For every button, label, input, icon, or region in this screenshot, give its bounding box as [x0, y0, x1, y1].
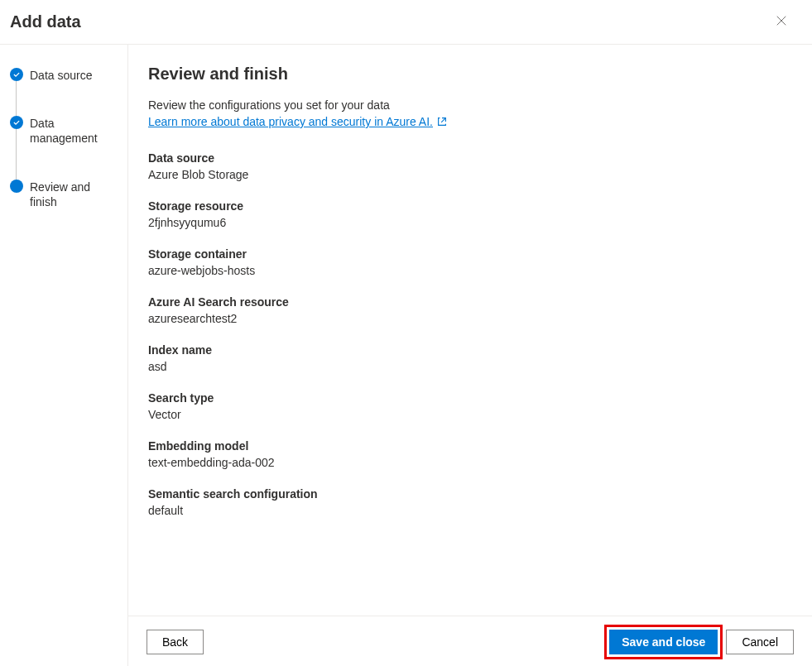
intro-text: Review the configurations you set for yo…	[148, 98, 792, 112]
field-value: azure-webjobs-hosts	[148, 264, 792, 277]
back-button[interactable]: Back	[147, 630, 204, 654]
field-label: Index name	[148, 343, 792, 357]
field-data-source: Data source Azure Blob Storage	[148, 151, 792, 181]
close-button[interactable]	[771, 10, 792, 34]
check-icon	[10, 116, 23, 129]
field-storage-container: Storage container azure-webjobs-hosts	[148, 247, 792, 277]
field-index-name: Index name asd	[148, 343, 792, 373]
wizard-steps: Data source Data management Review and f…	[0, 45, 128, 666]
field-label: Azure AI Search resource	[148, 295, 792, 309]
field-search-resource: Azure AI Search resource azuresearchtest…	[148, 295, 792, 325]
field-value: 2fjnhsyyqumu6	[148, 216, 792, 229]
cancel-button[interactable]: Cancel	[726, 630, 794, 654]
field-search-type: Search type Vector	[148, 391, 792, 421]
field-storage-resource: Storage resource 2fjnhsyyqumu6	[148, 199, 792, 229]
step-label: Review and finish	[30, 180, 118, 209]
field-label: Storage resource	[148, 199, 792, 213]
content-area: Review and finish Review the configurati…	[128, 45, 812, 616]
field-label: Embedding model	[148, 439, 792, 453]
circle-icon	[10, 180, 23, 193]
external-link-icon	[436, 116, 448, 127]
field-value: asd	[148, 360, 792, 373]
field-value: Azure Blob Storage	[148, 168, 792, 181]
field-embedding-model: Embedding model text-embedding-ada-002	[148, 439, 792, 469]
dialog-header: Add data	[0, 0, 812, 45]
step-connector	[16, 129, 17, 179]
step-review-finish[interactable]: Review and finish	[10, 180, 118, 209]
page-title: Review and finish	[148, 65, 792, 84]
field-label: Semantic search configuration	[148, 487, 792, 501]
field-value: text-embedding-ada-002	[148, 456, 792, 469]
check-icon	[10, 68, 23, 81]
learn-more-link[interactable]: Learn more about data privacy and securi…	[148, 115, 448, 128]
dialog-title: Add data	[10, 12, 81, 31]
link-text: Learn more about data privacy and securi…	[148, 115, 433, 128]
field-value: azuresearchtest2	[148, 312, 792, 325]
step-label: Data source	[30, 68, 92, 83]
save-and-close-button[interactable]: Save and close	[609, 630, 718, 654]
field-value: Vector	[148, 408, 792, 421]
field-semantic-config: Semantic search configuration default	[148, 487, 792, 517]
summary-fields: Data source Azure Blob Storage Storage r…	[148, 151, 792, 517]
main-panel: Review and finish Review the configurati…	[128, 45, 812, 666]
dialog-footer: Back Save and close Cancel	[128, 616, 812, 666]
step-data-source[interactable]: Data source	[10, 68, 118, 116]
field-label: Storage container	[148, 247, 792, 261]
close-icon	[776, 15, 787, 29]
field-label: Search type	[148, 391, 792, 405]
step-connector	[16, 81, 17, 116]
field-label: Data source	[148, 151, 792, 165]
step-label: Data management	[30, 116, 118, 146]
field-value: default	[148, 504, 792, 517]
step-data-management[interactable]: Data management	[10, 116, 118, 179]
